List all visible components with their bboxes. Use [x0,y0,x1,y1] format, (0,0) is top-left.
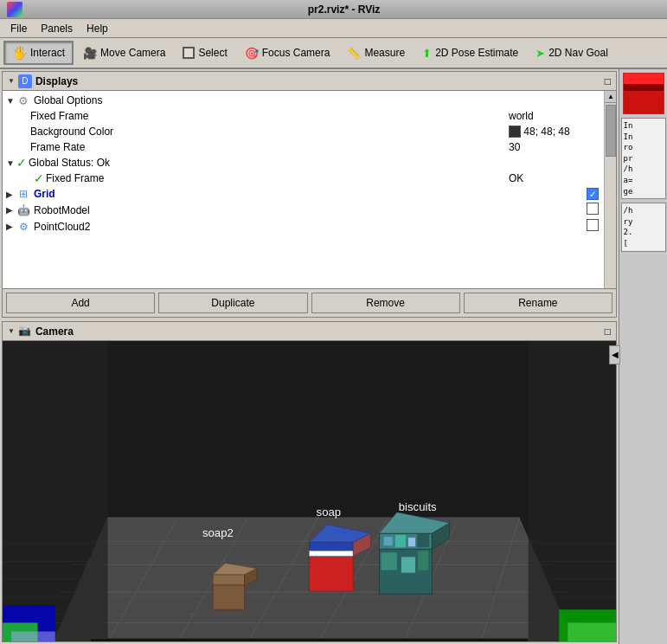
svg-rect-47 [11,632,55,641]
interact-label: Interact [30,47,65,59]
svg-rect-34 [395,535,406,547]
expand-arrow-grid[interactable]: ▶ [6,190,16,199]
svg-text:biscuits: biscuits [399,500,437,513]
scroll-up-arrow[interactable]: ▲ [605,91,616,103]
scroll-thumb[interactable] [606,105,616,157]
grid-label: Grid [34,188,587,200]
right-panel-text-2: /hry2.[ [621,203,666,251]
tree-fixed-frame-ok[interactable]: ✓ Fixed Frame OK [3,171,616,186]
toolbar-focus-camera[interactable]: 🎯 Focus Camera [237,41,338,65]
grid-checkbox[interactable]: ✓ [587,188,599,200]
duplicate-button[interactable]: Duplicate [158,293,307,313]
tree-robot-model[interactable]: ▶ 🤖 RobotModel [3,202,616,218]
pointcloud-label: PointCloud2 [34,221,587,233]
camera-expand[interactable]: ▼ [8,327,15,335]
global-options-icon: ⚙ [16,93,30,107]
fixed-frame-ok-value: OK [509,172,612,184]
toolbar-move-camera[interactable]: 🎥 Move Camera [75,41,173,65]
right-panel-arrow[interactable]: ◀ [609,345,620,364]
pointcloud-checkbox[interactable] [587,219,599,231]
tree-bg-color[interactable]: Background Color 48; 48; 48 [3,124,616,139]
app-logo [7,2,22,17]
3d-scene-svg: soap2 soap biscuits [3,341,616,641]
bg-color-value: 48; 48; 48 [509,126,612,138]
svg-rect-20 [3,341,108,641]
left-panel: ▼ D Displays □ ▲ ▼ ⚙ Global Options [0,69,619,644]
measure-label: Measure [364,47,405,59]
svg-rect-23 [213,575,244,585]
displays-panel: ▼ D Displays □ ▲ ▼ ⚙ Global Options [2,71,617,318]
svg-text:soap2: soap2 [202,526,234,539]
tree-grid[interactable]: ▶ ⊞ Grid ✓ [3,186,616,202]
frame-rate-label: Frame Rate [30,141,509,153]
status-checkmark: ✓ [16,156,27,170]
toolbar-nav-goal[interactable]: ➤ 2D Nav Goal [528,41,616,65]
camera-minimize[interactable]: □ [605,325,611,338]
expand-arrow-robot[interactable]: ▶ [6,205,16,215]
svg-rect-33 [384,537,393,545]
add-button[interactable]: Add [6,293,155,313]
right-panel-indicator [623,73,664,114]
svg-rect-26 [310,554,354,591]
frame-rate-value: 30 [509,141,612,153]
move-camera-label: Move Camera [100,47,165,59]
displays-expand-arrow[interactable]: ▼ [8,77,15,85]
nav-icon: ➤ [536,47,545,60]
select-icon [183,47,195,59]
svg-rect-49 [568,622,616,641]
svg-rect-38 [401,557,415,572]
titlebar: pr2.rviz* - RViz [0,0,667,19]
remove-button[interactable]: Remove [311,293,460,313]
select-label: Select [198,47,227,59]
camera-title: Camera [35,325,74,338]
expand-arrow-status[interactable]: ▼ [6,158,16,168]
global-status-label: Global Status: Ok [29,157,612,169]
toolbar-select[interactable]: Select [175,41,234,65]
toolbar-interact[interactable]: 🖐 Interact [3,41,74,65]
robot-checkbox[interactable] [587,203,599,215]
svg-rect-37 [382,552,397,570]
focus-icon: 🎯 [245,47,259,60]
toolbar-pose-estimate[interactable]: ⬆ 2D Pose Estimate [414,41,526,65]
bg-color-label: Background Color [30,126,509,138]
displays-title: Displays [35,75,78,87]
camera-panel: ▼ 📷 Camera □ [2,321,617,642]
pointcloud-icon: ⚙ [16,220,30,234]
svg-rect-21 [529,341,616,641]
menubar: File Panels Help [0,19,667,38]
robot-model-label: RobotModel [34,204,587,216]
pose-label: 2D Pose Estimate [435,47,518,59]
main-layout: ▼ D Displays □ ▲ ▼ ⚙ Global Options [0,69,667,644]
rename-button[interactable]: Rename [464,293,612,313]
svg-text:soap: soap [317,506,342,518]
tree-frame-rate[interactable]: Frame Rate 30 [3,139,616,155]
tree-global-status[interactable]: ▼ ✓ Global Status: Ok [3,155,616,171]
toolbar: 🖐 Interact 🎥 Move Camera Select 🎯 Focus … [0,38,667,69]
fixed-frame-value: world [509,110,612,122]
camera-icon: 📷 [18,325,32,338]
displays-buttons: Add Duplicate Remove Rename [3,288,616,317]
displays-minimize[interactable]: □ [605,75,611,87]
fixed-frame-label: Fixed Frame [30,110,509,122]
focus-camera-label: Focus Camera [262,47,330,59]
camera-header: ▼ 📷 Camera □ [3,322,616,341]
right-panel-text-1: InInropr/ha=ge [621,118,666,199]
menu-help[interactable]: Help [80,21,115,36]
svg-rect-22 [213,583,244,609]
displays-scrollbar[interactable]: ▲ [604,91,616,288]
tree-pointcloud2[interactable]: ▶ ⚙ PointCloud2 [3,218,616,235]
camera-viewport[interactable]: soap2 soap biscuits [3,341,616,641]
menu-panels[interactable]: Panels [34,21,80,36]
tree-global-options[interactable]: ▼ ⚙ Global Options [3,93,616,108]
expand-arrow-global[interactable]: ▼ [6,96,16,106]
tree-fixed-frame[interactable]: Fixed Frame world [3,108,616,124]
right-panel: ◀ InInropr/ha=ge /hry2.[ [619,69,667,644]
svg-rect-50 [90,639,528,641]
menu-file[interactable]: File [3,21,34,36]
svg-rect-28 [310,551,354,556]
displays-header: ▼ D Displays □ [3,72,616,91]
expand-arrow-pointcloud[interactable]: ▶ [6,222,16,231]
toolbar-measure[interactable]: 📏 Measure [339,41,413,65]
displays-content[interactable]: ▲ ▼ ⚙ Global Options Fixed Frame world [3,91,616,288]
display-tree: ▼ ⚙ Global Options Fixed Frame world Bac… [3,91,616,236]
